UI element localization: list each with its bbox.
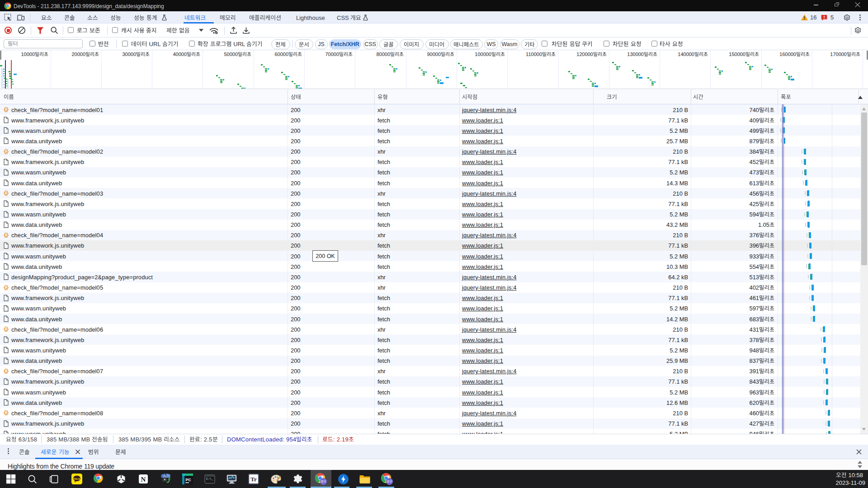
- svg-text:PC: PC: [185, 478, 191, 482]
- svg-text:TALK: TALK: [73, 478, 80, 480]
- svg-text:Tr: Tr: [250, 476, 257, 483]
- svg-text:C:\_: C:\_: [206, 478, 213, 481]
- svg-text:N: N: [141, 476, 146, 483]
